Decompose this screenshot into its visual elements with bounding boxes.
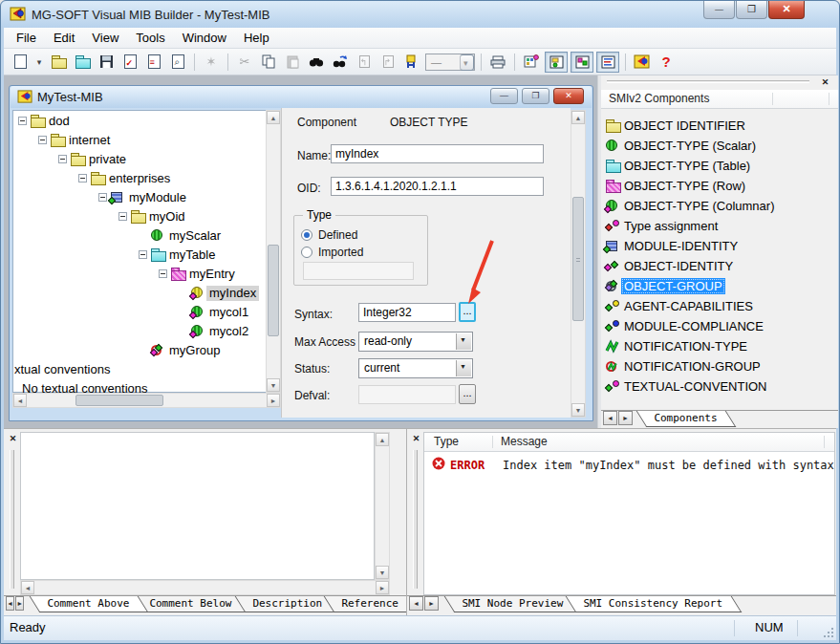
toggle-components-pane-button[interactable] bbox=[571, 52, 593, 73]
oid-field[interactable]: 1.3.6.1.4.1.2020.1.2.1.1 bbox=[331, 177, 544, 196]
imported-radio[interactable] bbox=[301, 247, 312, 258]
collapse-icon[interactable] bbox=[118, 212, 127, 221]
menu-window[interactable]: Window bbox=[174, 29, 235, 47]
menu-file[interactable]: File bbox=[8, 29, 45, 47]
tab-scroll-right-button[interactable] bbox=[618, 411, 633, 425]
toggle-output-pane-button[interactable] bbox=[596, 52, 619, 73]
dropdown-arrow-icon[interactable] bbox=[456, 333, 471, 350]
print-preview-button[interactable]: ⌕ bbox=[167, 52, 188, 73]
bookmark-button[interactable] bbox=[401, 52, 422, 73]
wizard-button[interactable]: ✶ bbox=[201, 52, 222, 73]
maximize-button[interactable] bbox=[736, 1, 767, 19]
scroll-thumb[interactable] bbox=[75, 395, 163, 406]
collapse-icon[interactable] bbox=[18, 117, 27, 125]
check-mib-syntax-button[interactable]: ✓ bbox=[119, 52, 140, 73]
find-button[interactable] bbox=[306, 52, 327, 73]
cut-button[interactable]: ✂ bbox=[234, 52, 255, 73]
help-button[interactable]: ? bbox=[656, 52, 677, 73]
components-list-header[interactable]: SMIv2 Components bbox=[601, 90, 838, 109]
component-object-type-table[interactable]: OBJECT-TYPE (Table) bbox=[601, 156, 838, 176]
menu-edit[interactable]: Edit bbox=[45, 29, 83, 47]
scroll-right-button[interactable] bbox=[376, 581, 389, 594]
component-notification-type[interactable]: NOTIFICATION-TYPE bbox=[601, 336, 838, 356]
copy-button[interactable] bbox=[258, 52, 279, 73]
tree-item-mymodule[interactable]: myModule bbox=[13, 188, 266, 207]
scroll-up-button[interactable] bbox=[267, 111, 280, 124]
tab-comment-above[interactable]: Comment Above bbox=[30, 596, 149, 612]
title-bar[interactable]: MG-SOFT Visual MIB Builder - MyTest-MIB bbox=[1, 1, 839, 28]
scroll-left-button[interactable] bbox=[21, 581, 34, 594]
comment-text-area[interactable] bbox=[20, 432, 375, 580]
error-row[interactable]: ERROR Index item "myIndex" must be defin… bbox=[424, 456, 834, 475]
tree-item-myentry[interactable]: myEntry bbox=[13, 265, 266, 284]
child-title-bar[interactable]: MyTest-MIB — ❐ ✕ bbox=[11, 86, 592, 108]
component-notification-group[interactable]: NOTIFICATION-GROUP bbox=[601, 356, 838, 376]
tree-item-myindex[interactable]: myIndex bbox=[13, 284, 266, 303]
scroll-up-button[interactable] bbox=[571, 111, 585, 124]
tree-item-mycol1[interactable]: mycol1 bbox=[13, 303, 266, 322]
component-object-type-row[interactable]: OBJECT-TYPE (Row) bbox=[601, 176, 838, 196]
report-list-header[interactable]: Type Message bbox=[424, 433, 834, 452]
tab-smi-consistency-report[interactable]: SMI Consistency Report bbox=[566, 596, 742, 612]
tree-item-mytable[interactable]: myTable bbox=[13, 246, 266, 265]
component-object-identifier[interactable]: OBJECT IDENTIFIER bbox=[601, 116, 838, 136]
import-mib-button[interactable] bbox=[72, 52, 93, 73]
minimize-button[interactable] bbox=[703, 1, 735, 19]
tab-components[interactable]: Components bbox=[636, 411, 737, 427]
tab-scroll-right-button[interactable] bbox=[424, 596, 439, 611]
tree-horizontal-scrollbar[interactable] bbox=[12, 393, 281, 408]
resize-grip[interactable] bbox=[822, 626, 834, 638]
imported-module-field[interactable] bbox=[303, 262, 414, 280]
close-panel-icon[interactable] bbox=[819, 76, 831, 89]
tree-item-myscalar[interactable]: myScalar bbox=[13, 226, 266, 246]
defined-radio[interactable] bbox=[301, 229, 312, 241]
scroll-left-button[interactable] bbox=[13, 394, 27, 407]
collapse-icon[interactable] bbox=[78, 174, 87, 182]
scroll-up-button[interactable] bbox=[376, 433, 389, 446]
tab-reference[interactable]: Reference bbox=[324, 596, 418, 612]
close-pane-icon[interactable] bbox=[7, 433, 19, 445]
scroll-right-button[interactable] bbox=[267, 394, 280, 407]
component-object-type-columnar[interactable]: OBJECT-TYPE (Columnar) bbox=[601, 196, 838, 216]
menu-tools[interactable]: Tools bbox=[127, 29, 173, 47]
paste-button[interactable] bbox=[282, 52, 303, 73]
scroll-down-button[interactable] bbox=[571, 403, 585, 417]
scroll-thumb[interactable] bbox=[268, 245, 279, 336]
message-column-header[interactable]: Message bbox=[501, 435, 548, 448]
defined-radio-label[interactable]: Defined bbox=[318, 228, 357, 242]
toggle-tree-pane-button[interactable] bbox=[545, 52, 568, 73]
tree-item-mygroup[interactable]: myGroup bbox=[13, 341, 266, 360]
collapse-icon[interactable] bbox=[38, 136, 47, 144]
tree-item-textual-conventions[interactable]: xtual conventions bbox=[13, 360, 266, 379]
component-textual-convention[interactable]: TEXTUAL-CONVENTION bbox=[601, 376, 838, 397]
tree-item-mycol2[interactable]: mycol2 bbox=[13, 322, 266, 341]
syntax-browse-button[interactable]: ... bbox=[459, 302, 476, 322]
component-agent-capabilities[interactable]: AGENT-CAPABILITIES bbox=[601, 296, 838, 316]
tree-vertical-scrollbar[interactable] bbox=[266, 110, 281, 393]
comment-vertical-scrollbar[interactable] bbox=[375, 432, 390, 580]
open-mib-button[interactable] bbox=[48, 52, 69, 73]
collapse-icon[interactable] bbox=[58, 155, 67, 163]
comment-horizontal-scrollbar[interactable] bbox=[20, 580, 390, 595]
tree-item-private[interactable]: private bbox=[13, 150, 266, 169]
imported-radio-label[interactable]: Imported bbox=[318, 246, 363, 259]
form-vertical-scrollbar[interactable] bbox=[571, 110, 586, 418]
child-minimize-button[interactable]: — bbox=[490, 88, 518, 104]
collapse-icon[interactable] bbox=[159, 269, 167, 278]
close-pane-icon[interactable] bbox=[410, 433, 422, 445]
tab-comment-below[interactable]: Comment Below bbox=[132, 596, 251, 612]
find-next-button[interactable] bbox=[330, 52, 351, 73]
tab-scroll-left-button[interactable] bbox=[409, 596, 423, 611]
component-object-identity[interactable]: OBJECT-IDENTITY bbox=[601, 256, 838, 276]
dropdown-arrow-icon[interactable] bbox=[456, 360, 471, 376]
pane-gripper[interactable] bbox=[413, 450, 418, 589]
save-button[interactable] bbox=[96, 52, 117, 73]
defval-browse-button[interactable]: ... bbox=[459, 384, 476, 404]
tree-item-internet[interactable]: internet bbox=[13, 131, 266, 150]
max-access-dropdown[interactable]: read-only bbox=[358, 332, 473, 352]
scroll-down-button[interactable] bbox=[267, 378, 280, 392]
component-module-identity[interactable]: MODULE-IDENTITY bbox=[601, 236, 838, 256]
syntax-field[interactable]: Integer32 bbox=[358, 303, 456, 322]
defval-field[interactable] bbox=[358, 385, 456, 404]
tab-scroll-left-button[interactable] bbox=[603, 411, 617, 425]
